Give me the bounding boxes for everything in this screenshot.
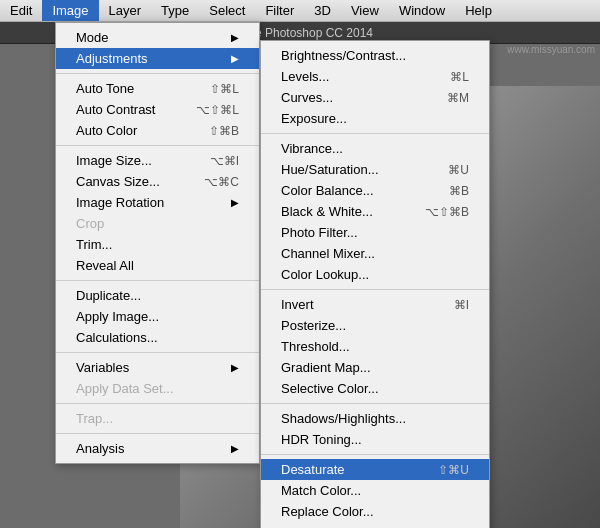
- arrow-icon: ▶: [231, 362, 239, 373]
- arrow-icon: ▶: [231, 443, 239, 454]
- image-menu-panel: Mode ▶ Adjustments ▶ Auto Tone ⇧⌘L Auto …: [55, 22, 260, 464]
- separator: [56, 403, 259, 404]
- menu-item-select[interactable]: Select: [199, 0, 255, 21]
- menu-curves[interactable]: Curves... ⌘M: [261, 87, 489, 108]
- separator: [56, 352, 259, 353]
- menu-brightness-contrast[interactable]: Brightness/Contrast...: [261, 45, 489, 66]
- menu-canvas-size[interactable]: Canvas Size... ⌥⌘C: [56, 171, 259, 192]
- menu-shadows-highlights[interactable]: Shadows/Highlights...: [261, 408, 489, 429]
- menu-levels[interactable]: Levels... ⌘L: [261, 66, 489, 87]
- menu-analysis[interactable]: Analysis ▶: [56, 438, 259, 459]
- menu-auto-tone[interactable]: Auto Tone ⇧⌘L: [56, 78, 259, 99]
- menu-duplicate[interactable]: Duplicate...: [56, 285, 259, 306]
- menu-calculations[interactable]: Calculations...: [56, 327, 259, 348]
- menu-photo-filter[interactable]: Photo Filter...: [261, 222, 489, 243]
- menu-image-rotation[interactable]: Image Rotation ▶: [56, 192, 259, 213]
- menu-invert[interactable]: Invert ⌘I: [261, 294, 489, 315]
- separator: [56, 280, 259, 281]
- menu-hue-saturation[interactable]: Hue/Saturation... ⌘U: [261, 159, 489, 180]
- menubar: Edit Image Layer Type Select Filter 3D V…: [0, 0, 600, 22]
- menu-item-3d[interactable]: 3D: [304, 0, 341, 21]
- menu-black-white[interactable]: Black & White... ⌥⇧⌘B: [261, 201, 489, 222]
- menu-equalize[interactable]: Equalize: [261, 522, 489, 528]
- menu-posterize[interactable]: Posterize...: [261, 315, 489, 336]
- menu-desaturate[interactable]: Desaturate ⇧⌘U: [261, 459, 489, 480]
- separator: [261, 403, 489, 404]
- menu-item-filter[interactable]: Filter: [255, 0, 304, 21]
- menu-auto-contrast[interactable]: Auto Contrast ⌥⇧⌘L: [56, 99, 259, 120]
- adjustments-submenu-panel: Brightness/Contrast... Levels... ⌘L Curv…: [260, 40, 490, 528]
- menu-trim[interactable]: Trim...: [56, 234, 259, 255]
- menu-exposure[interactable]: Exposure...: [261, 108, 489, 129]
- menu-trap: Trap...: [56, 408, 259, 429]
- menu-color-balance[interactable]: Color Balance... ⌘B: [261, 180, 489, 201]
- menu-reveal-all[interactable]: Reveal All: [56, 255, 259, 276]
- menu-match-color[interactable]: Match Color...: [261, 480, 489, 501]
- menu-crop: Crop: [56, 213, 259, 234]
- separator: [56, 433, 259, 434]
- menu-apply-image[interactable]: Apply Image...: [56, 306, 259, 327]
- menu-item-help[interactable]: Help: [455, 0, 502, 21]
- separator: [56, 73, 259, 74]
- separator: [56, 145, 259, 146]
- menu-image-size[interactable]: Image Size... ⌥⌘I: [56, 150, 259, 171]
- arrow-icon: ▶: [231, 53, 239, 64]
- separator: [261, 454, 489, 455]
- menu-auto-color[interactable]: Auto Color ⇧⌘B: [56, 120, 259, 141]
- menu-variables[interactable]: Variables ▶: [56, 357, 259, 378]
- menu-item-layer[interactable]: Layer: [99, 0, 152, 21]
- menu-adjustments[interactable]: Adjustments ▶: [56, 48, 259, 69]
- menu-threshold[interactable]: Threshold...: [261, 336, 489, 357]
- menu-selective-color[interactable]: Selective Color...: [261, 378, 489, 399]
- arrow-icon: ▶: [231, 32, 239, 43]
- menu-hdr-toning[interactable]: HDR Toning...: [261, 429, 489, 450]
- menu-gradient-map[interactable]: Gradient Map...: [261, 357, 489, 378]
- menu-vibrance[interactable]: Vibrance...: [261, 138, 489, 159]
- menu-apply-data-set: Apply Data Set...: [56, 378, 259, 399]
- arrow-icon: ▶: [231, 197, 239, 208]
- menu-replace-color[interactable]: Replace Color...: [261, 501, 489, 522]
- menu-item-view[interactable]: View: [341, 0, 389, 21]
- separator: [261, 133, 489, 134]
- menu-mode[interactable]: Mode ▶: [56, 27, 259, 48]
- menu-item-edit[interactable]: Edit: [0, 0, 42, 21]
- menu-channel-mixer[interactable]: Channel Mixer...: [261, 243, 489, 264]
- menu-color-lookup[interactable]: Color Lookup...: [261, 264, 489, 285]
- separator: [261, 289, 489, 290]
- menu-item-window[interactable]: Window: [389, 0, 455, 21]
- menu-item-type[interactable]: Type: [151, 0, 199, 21]
- menu-item-image[interactable]: Image: [42, 0, 98, 21]
